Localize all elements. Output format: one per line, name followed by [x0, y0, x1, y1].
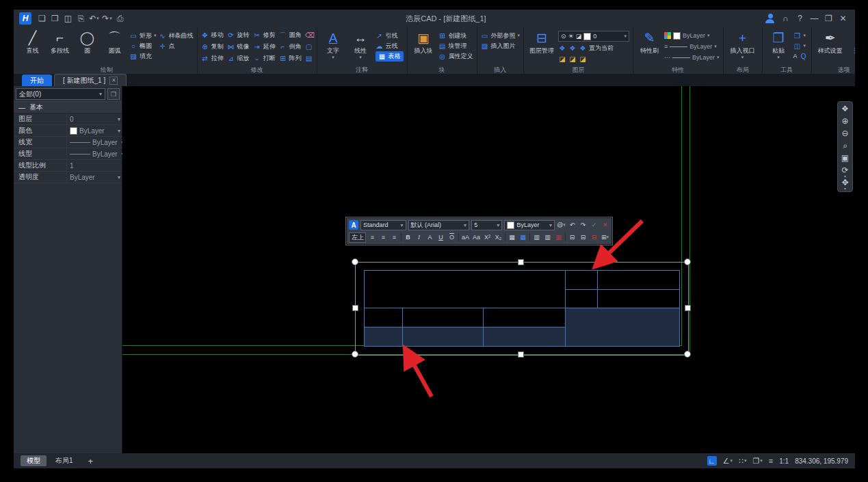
attribute-define-button[interactable]: ◎属性定义 [438, 51, 473, 61]
grip-mid-top[interactable] [518, 259, 524, 265]
layer-unlock-icon[interactable]: ◪ [568, 55, 577, 63]
lineweight-value-select[interactable]: ByLayer [66, 137, 126, 148]
overline-button[interactable]: O [447, 232, 456, 242]
snap-grid-toggle[interactable]: ∷▾ [739, 457, 747, 466]
zoom-out-button[interactable]: ⊖ [841, 129, 848, 139]
ucs-axes-button[interactable]: ✥▾ [841, 178, 848, 189]
grip-corner-bottomright[interactable] [684, 351, 691, 358]
quick-select-button[interactable]: ❐ [107, 88, 120, 100]
save-button[interactable]: ◫ [62, 13, 75, 25]
spline-button[interactable]: ∿样条曲线 [159, 31, 194, 40]
delete-row-icon[interactable]: ⊟ [590, 232, 599, 242]
rectangle-button[interactable]: ▭矩形▾ [129, 31, 157, 40]
new-file-button[interactable]: ❏ [36, 13, 49, 25]
move-button[interactable]: ✥移动 [201, 31, 224, 40]
grip-corner-topleft[interactable] [352, 258, 358, 265]
drawing-canvas[interactable]: A Standard 默认 (Arial) 5 ByLayer @▾ ↶ ↷ ✓… [122, 86, 855, 453]
trim-button[interactable]: ✂修剪 [253, 31, 276, 40]
underline-button[interactable]: U [436, 232, 445, 242]
mirror-button[interactable]: ⋈镜像 [227, 42, 250, 51]
superscript-button[interactable]: X² [483, 232, 492, 242]
rotate-button[interactable]: ⟳旋转 [227, 31, 250, 40]
block-manage-button[interactable]: ▤块管理 [438, 41, 473, 51]
grip-mid-bottom[interactable] [518, 351, 524, 358]
subscript-button[interactable]: X₂ [494, 232, 503, 242]
zoom-extents-button[interactable]: ▣ [841, 154, 849, 164]
font-case-button[interactable]: A [425, 232, 434, 242]
linetype-control[interactable]: ⋯ ByLayer ▾ [664, 53, 720, 62]
xref-button[interactable]: ▭外部参照▾ [481, 31, 521, 40]
circle-button[interactable]: ◯圆 [75, 28, 100, 66]
layer-on-icon[interactable]: ❖ [558, 44, 566, 52]
scale-button[interactable]: ⊿缩放 [227, 54, 250, 63]
set-current-layer-button[interactable]: 置为当前 [589, 44, 614, 53]
justify-select[interactable]: 左上 [349, 232, 366, 243]
layer-lock-icon[interactable]: ◪ [558, 55, 566, 63]
polyline-button[interactable]: ⌐多段线 [47, 28, 73, 66]
user-account-button[interactable] [765, 14, 775, 23]
merge-column-icon[interactable]: ▥ [543, 232, 552, 242]
orbit-button[interactable]: ⟳▾ [841, 166, 848, 176]
editor-redo-button[interactable]: ↷ [579, 220, 588, 230]
linetype-value-select[interactable]: ByLayer [66, 148, 126, 159]
section-header-basic[interactable]: — 基本 [14, 101, 122, 113]
merge-row-icon[interactable]: ⊟ [579, 232, 588, 242]
zoom-in-button[interactable]: ⊕ [841, 117, 848, 127]
align-left-icon[interactable]: ≡ [368, 232, 377, 242]
match-properties-button[interactable]: ✎特性刷 [637, 28, 662, 66]
text-button[interactable]: A文字▾ [321, 28, 346, 66]
title-block-table[interactable] [364, 270, 680, 347]
explode-button[interactable]: ▤ [305, 55, 313, 62]
text-color-select[interactable]: ByLayer [504, 220, 555, 230]
linear-dim-button[interactable]: ↔线性▾ [348, 28, 373, 66]
align-right-icon[interactable]: ≡ [390, 232, 399, 242]
stretch-button[interactable]: ⇄拉伸 [201, 54, 224, 63]
uppercase-button[interactable]: aA [461, 232, 470, 242]
insert-column-icon[interactable]: ▥ [532, 232, 541, 242]
ellipse-button[interactable]: ○椭圆 [129, 41, 157, 51]
insert-image-button[interactable]: ▨插入图片 [481, 41, 521, 51]
erase-button[interactable]: ⌫ [305, 31, 313, 39]
layer-manager-button[interactable]: ⊟图层管理 [527, 28, 556, 66]
open-file-button[interactable]: ❒ [49, 13, 62, 25]
leader-button[interactable]: ↗引线 [376, 31, 404, 40]
align-center-icon[interactable]: ≡ [379, 232, 388, 242]
bold-button[interactable]: B [404, 232, 412, 242]
annotation-scale[interactable]: 1:1 [779, 457, 789, 465]
cell-format-button[interactable]: ⊞▾ [601, 232, 609, 242]
find-button[interactable]: AQ [793, 51, 808, 61]
tab-close-icon[interactable]: ✕ [109, 77, 118, 85]
array-button[interactable]: ⊞阵列 [279, 54, 302, 63]
export-button[interactable]: ◫▾ [793, 41, 808, 51]
options-button[interactable]: ⚙选项 [847, 28, 855, 66]
insert-viewport-button[interactable]: +插入视口▾ [727, 28, 759, 66]
line-button[interactable]: ╱直线 [20, 28, 45, 66]
editor-cancel-button[interactable]: ✕ [601, 220, 609, 230]
polar-tracking-toggle[interactable]: ∠▾ [723, 457, 733, 466]
transparency-value-select[interactable]: ByLayer [66, 172, 122, 183]
tab-drawing[interactable]: [ 新建图纸_1 ]✕ [54, 74, 127, 86]
minimize-button[interactable]: — [808, 13, 821, 25]
italic-button[interactable]: I [415, 232, 423, 242]
editor-ok-button[interactable]: ✓ [590, 220, 599, 230]
redo-button[interactable]: ↷▾ [101, 13, 114, 25]
grip-corner-bottomleft[interactable] [352, 351, 358, 358]
pan-button[interactable]: ❖ [841, 105, 849, 115]
print-button[interactable]: ⎙ [114, 13, 127, 25]
table-button[interactable]: ▦表格 [376, 51, 404, 62]
tab-model[interactable]: 模型 [21, 455, 47, 466]
grip-mid-left[interactable] [352, 305, 358, 311]
arc-button[interactable]: ⌒圆弧 [102, 28, 127, 66]
save-as-button[interactable]: ⎘ [75, 13, 88, 25]
break-button[interactable]: ⌣打断 [253, 54, 276, 63]
clean-button[interactable]: ❐▾ [793, 31, 808, 40]
color-value-select[interactable]: ByLayer [66, 125, 122, 136]
table-style-icon[interactable]: ▦ [518, 232, 527, 242]
close-button[interactable]: ✕ [837, 13, 850, 25]
editor-undo-button[interactable]: ↶ [568, 220, 577, 230]
add-layout-button[interactable]: + [82, 455, 100, 466]
font-select[interactable]: 默认 (Arial) [408, 220, 470, 230]
point-button[interactable]: ✛点 [159, 41, 194, 51]
selection-filter-select[interactable]: 全部(0) [16, 88, 105, 100]
lowercase-button[interactable]: Aa [472, 232, 481, 242]
